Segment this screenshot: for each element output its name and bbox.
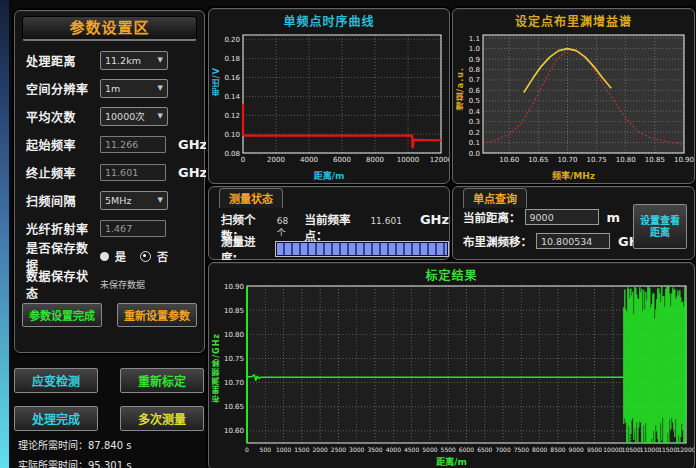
svg-text:6000: 6000 bbox=[333, 156, 351, 164]
chevron-down-icon: ▼ bbox=[158, 56, 163, 64]
sweep-interval-dropdown[interactable]: 5MHz ▼ bbox=[100, 191, 168, 210]
gain-chart-title: 设定点布里渊增益谱 bbox=[453, 9, 694, 29]
parameter-buttons: 参数设置完成 重新设置参数 bbox=[15, 298, 204, 327]
radio-yes-label: 是 bbox=[115, 248, 126, 264]
svg-text:11500: 11500 bbox=[658, 446, 677, 453]
row-save-status: 数据保存状态 未保存数据 bbox=[26, 270, 196, 298]
svg-text:10.80: 10.80 bbox=[224, 331, 244, 339]
theoretical-time-value: 87.840 s bbox=[88, 440, 131, 451]
measure-progress-bar bbox=[275, 241, 449, 257]
parameter-rows: 处理距离 11.2km ▼ 空间分辨率 1m ▼ 平均次数 10000次 ▼ bbox=[15, 42, 204, 298]
svg-text:2000: 2000 bbox=[313, 446, 328, 453]
calibration-xlabel: 距离/m bbox=[209, 455, 694, 468]
timeseries-xlabel: 距离/m bbox=[209, 169, 449, 182]
svg-text:10.65: 10.65 bbox=[528, 156, 548, 164]
svg-text:0.8: 0.8 bbox=[469, 66, 480, 74]
gain-ylabel: 增益/a.u. bbox=[455, 67, 466, 110]
process-done-button[interactable]: 处理完成 bbox=[14, 406, 98, 431]
row-spatial-resolution: 空间分辨率 1m ▼ bbox=[26, 74, 196, 102]
progress-label: 测量进度: bbox=[221, 233, 271, 265]
save-status-value: 未保存数据 bbox=[100, 278, 145, 291]
svg-text:10.65: 10.65 bbox=[224, 403, 244, 411]
svg-text:0.4: 0.4 bbox=[469, 108, 481, 116]
svg-text:10.85: 10.85 bbox=[645, 156, 665, 164]
calibration-ylabel: 布里渊频移/GHz bbox=[211, 333, 222, 403]
calibration-panel: 标定结果 05001000150020002500300035004000450… bbox=[208, 262, 695, 468]
svg-text:0.08: 0.08 bbox=[224, 150, 240, 158]
row-refractive-index: 光纤折射率 bbox=[26, 214, 196, 242]
svg-text:6500: 6500 bbox=[477, 446, 492, 453]
calibration-chart-title: 标定结果 bbox=[209, 263, 694, 283]
multi-measure-button[interactable]: 多次测量 bbox=[120, 406, 204, 431]
svg-text:7500: 7500 bbox=[514, 446, 529, 453]
query-shift-input[interactable] bbox=[536, 233, 610, 249]
timeseries-ylabel: 电压/V bbox=[211, 67, 222, 96]
timeseries-chart: 0200040006000800010000120000.080.100.120… bbox=[209, 27, 449, 179]
svg-text:0: 0 bbox=[241, 156, 245, 164]
refractive-index-input[interactable] bbox=[100, 220, 166, 237]
svg-text:6000: 6000 bbox=[459, 446, 474, 453]
recalibrate-button[interactable]: 重新标定 bbox=[120, 368, 204, 393]
stop-frequency-input[interactable] bbox=[100, 164, 166, 181]
stop-frequency-label: 终止频率 bbox=[26, 164, 100, 181]
chevron-down-icon: ▼ bbox=[158, 84, 163, 92]
query-distance-input[interactable] bbox=[525, 209, 599, 225]
set-view-distance-button[interactable]: 设置查看 距离 bbox=[633, 204, 687, 249]
svg-text:0.0: 0.0 bbox=[469, 150, 480, 158]
average-count-label: 平均次数 bbox=[26, 108, 100, 125]
svg-text:8500: 8500 bbox=[550, 446, 565, 453]
sweep-interval-label: 扫频间隔 bbox=[26, 192, 100, 209]
row-start-frequency: 起始频率 GHz bbox=[26, 130, 196, 158]
query-distance-unit: m bbox=[607, 210, 621, 225]
svg-text:9000: 9000 bbox=[569, 446, 584, 453]
measure-progress-fill bbox=[277, 243, 447, 255]
spatial-resolution-label: 空间分辨率 bbox=[26, 80, 100, 97]
svg-text:3000: 3000 bbox=[349, 446, 364, 453]
svg-text:5000: 5000 bbox=[422, 446, 437, 453]
svg-text:9500: 9500 bbox=[587, 446, 602, 453]
svg-text:0.2: 0.2 bbox=[469, 129, 480, 137]
strain-detect-button[interactable]: 应变检测 bbox=[14, 368, 98, 393]
start-frequency-input[interactable] bbox=[100, 136, 166, 153]
svg-text:0.14: 0.14 bbox=[224, 93, 240, 101]
timeseries-chart-title: 单频点时序曲线 bbox=[209, 9, 449, 29]
radio-no-icon[interactable] bbox=[140, 251, 151, 262]
params-reset-button[interactable]: 重新设置参数 bbox=[117, 303, 197, 327]
process-distance-label: 处理距离 bbox=[26, 52, 100, 69]
current-freq-unit: GHz bbox=[420, 212, 449, 227]
desktop-background-strip bbox=[0, 0, 9, 468]
svg-text:0.6: 0.6 bbox=[469, 87, 481, 95]
row-save-data: 是否保存数据 是 否 bbox=[26, 242, 196, 270]
stop-frequency-unit: GHz bbox=[178, 165, 207, 180]
row-process-distance: 处理距离 11.2km ▼ bbox=[26, 46, 196, 74]
params-done-button[interactable]: 参数设置完成 bbox=[22, 303, 102, 327]
query-shift-row: 布里渊频移： GHz bbox=[463, 233, 647, 249]
svg-text:10.90: 10.90 bbox=[224, 283, 244, 291]
svg-text:0.3: 0.3 bbox=[469, 118, 480, 126]
svg-text:10000: 10000 bbox=[603, 446, 622, 453]
svg-text:4500: 4500 bbox=[404, 446, 419, 453]
gain-xlabel: 频率/MHz bbox=[453, 169, 694, 182]
svg-text:3500: 3500 bbox=[367, 446, 382, 453]
save-status-label: 数据保存状态 bbox=[26, 267, 100, 301]
svg-text:0.16: 0.16 bbox=[224, 74, 240, 82]
svg-text:10.70: 10.70 bbox=[557, 156, 577, 164]
radio-yes-icon[interactable] bbox=[100, 252, 109, 261]
svg-text:1.0: 1.0 bbox=[469, 45, 480, 53]
svg-text:500: 500 bbox=[260, 446, 272, 453]
process-distance-dropdown[interactable]: 11.2km ▼ bbox=[100, 51, 168, 70]
svg-text:10.75: 10.75 bbox=[587, 156, 607, 164]
svg-text:10.90: 10.90 bbox=[674, 156, 694, 164]
timeseries-chart-panel: 单频点时序曲线 0200040006000800010000120000.080… bbox=[208, 8, 450, 184]
theoretical-time: 理论所需时间：87.840 s bbox=[18, 437, 131, 452]
svg-text:0.12: 0.12 bbox=[224, 112, 240, 120]
app-window: 参数设置区 处理距离 11.2km ▼ 空间分辨率 1m ▼ 平均次数 10 bbox=[0, 0, 696, 468]
svg-text:10.85: 10.85 bbox=[224, 307, 244, 315]
action-buttons: 应变检测 重新标定 处理完成 多次测量 bbox=[14, 368, 204, 431]
svg-text:0.5: 0.5 bbox=[469, 97, 480, 105]
svg-text:8000: 8000 bbox=[366, 156, 384, 164]
svg-text:0.18: 0.18 bbox=[224, 55, 240, 63]
spatial-resolution-dropdown[interactable]: 1m ▼ bbox=[100, 79, 168, 98]
average-count-dropdown[interactable]: 10000次 ▼ bbox=[100, 107, 168, 126]
radio-no-label: 否 bbox=[157, 248, 168, 264]
